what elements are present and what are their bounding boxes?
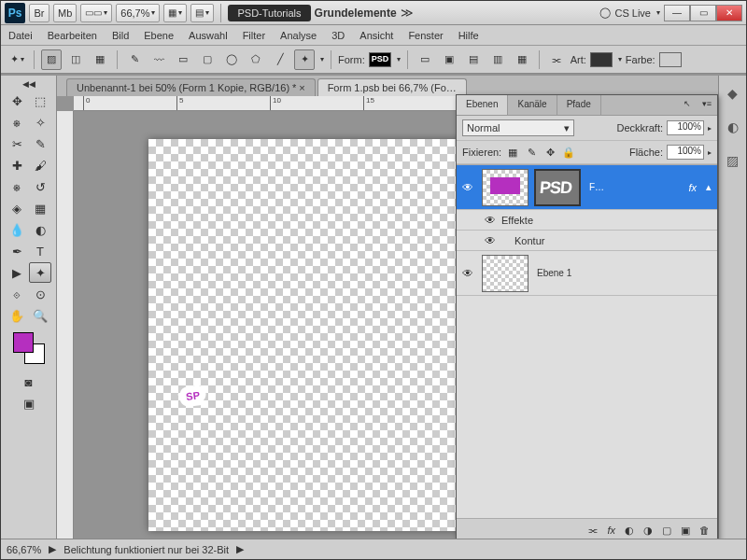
shape-picker[interactable]: PSD [369,52,391,67]
effects-row[interactable]: 👁 Effekte [457,210,717,231]
panel-menu-icon[interactable]: ▾≡ [697,95,717,115]
wand-tool[interactable]: ✧ [29,112,51,133]
visibility-icon[interactable]: 👁 [479,214,501,227]
style-swatch[interactable] [590,52,613,67]
custom-shape-icon[interactable]: ✦ [294,49,315,70]
pen-icon[interactable]: ✎ [124,49,145,70]
menu-fenster[interactable]: Fenster [408,30,443,41]
fx-icon[interactable]: fx [607,525,615,536]
layers-dock-icon[interactable]: ◆ [723,83,743,104]
layer-form1[interactable]: 👁 PSD F… fx ▴ [457,165,717,210]
canvas[interactable]: PS [148,139,485,531]
menu-datei[interactable]: Datei [8,30,33,41]
quickmask-tool[interactable]: ◙ [18,371,40,392]
shape-layers-icon[interactable]: ▨ [41,49,62,70]
shape-preset-icon[interactable]: ✦▾ [7,49,27,70]
lasso-tool[interactable]: ⎈ [6,112,28,133]
layer-thumb[interactable] [482,169,529,206]
brush-tool[interactable]: 🖌 [29,155,51,175]
type-tool[interactable]: T [29,241,51,261]
shape-tool[interactable]: ✦ [29,262,51,283]
arrange-button[interactable]: ▦▾ [163,4,187,22]
menu-bild[interactable]: Bild [112,30,129,41]
delete-layer-icon[interactable]: 🗑 [699,525,710,536]
chevron-right-icon[interactable]: ≫ [401,6,414,20]
cslive-label[interactable]: CS Live [614,7,651,19]
close-button[interactable]: ✕ [716,5,742,21]
workspace-tag[interactable]: PSD-Tutorials [228,5,310,21]
menu-auswahl[interactable]: Auswahl [189,30,228,41]
bridge-button[interactable]: Br [29,4,49,22]
dodge-tool[interactable]: ◐ [29,219,51,240]
marquee-tool[interactable]: ⬚ [29,91,51,111]
screen-mode-button[interactable]: ▭▭▾ [80,4,112,22]
menu-bearbeiten[interactable]: Bearbeiten [48,30,97,41]
rectangle-icon[interactable]: ▭ [173,49,193,70]
ellipse-icon[interactable]: ◯ [221,49,242,70]
layer-name[interactable]: Ebene 1 [531,268,717,278]
gradient-tool[interactable]: ▦ [29,198,51,218]
adjustments-dock-icon[interactable]: ◐ [723,117,743,137]
path-select-tool[interactable]: ▶ [6,262,28,283]
link-layers-icon[interactable]: ⫘ [587,525,598,536]
status-tri-icon[interactable]: ▶ [236,543,244,555]
blend-mode-combo[interactable]: Normal▾ [462,119,574,136]
3d-tool[interactable]: ⟐ [6,284,28,304]
lock-all-icon[interactable]: 🔒 [561,145,576,160]
visibility-icon[interactable]: 👁 [457,181,479,194]
pathop-new-icon[interactable]: ▭ [415,49,435,70]
doctab-1[interactable]: Unbenannt-1 bei 50% (Form 1 Kopie, RGB/1… [66,78,316,96]
tab-ebenen[interactable]: Ebenen [457,95,508,115]
minimize-button[interactable]: — [664,5,690,21]
crop-tool[interactable]: ✂ [6,133,28,154]
menu-ansicht[interactable]: Ansicht [359,30,393,41]
hand-tool[interactable]: ✋ [6,305,28,326]
opacity-input[interactable]: 100% [667,120,704,135]
menu-ebene[interactable]: Ebene [144,30,174,41]
foreground-color[interactable] [13,332,34,353]
menu-filter[interactable]: Filter [243,30,265,41]
pathop-exclude-icon[interactable]: ▦ [512,49,532,70]
pen-tool[interactable]: ✒ [6,241,28,261]
tab-pfade[interactable]: Pfade [557,95,601,115]
visibility-icon[interactable]: 👁 [479,234,501,247]
paths-icon[interactable]: ◫ [65,49,86,70]
blur-tool[interactable]: 💧 [6,219,28,240]
extras-button[interactable]: ▤▾ [190,4,214,22]
fx-badge[interactable]: fx [684,182,700,193]
ruler-vertical[interactable] [57,111,74,539]
menu-3d[interactable]: 3D [331,30,345,41]
history-brush-tool[interactable]: ↺ [29,176,51,197]
link-icon[interactable]: ⫘ [546,49,567,70]
heal-tool[interactable]: ✚ [6,155,28,175]
status-zoom[interactable]: 66,67% [7,544,41,555]
color-picker[interactable] [13,332,45,364]
screenmode-tool[interactable]: ▣ [18,393,40,413]
eyedropper-tool[interactable]: ✎ [29,133,51,154]
new-layer-icon[interactable]: ▣ [681,525,690,537]
minibridge-button[interactable]: Mb [53,4,77,22]
menu-hilfe[interactable]: Hilfe [458,30,479,41]
rounded-rect-icon[interactable]: ▢ [197,49,218,70]
maximize-button[interactable]: ▭ [690,5,716,21]
visibility-icon[interactable]: 👁 [457,267,479,280]
stamp-tool[interactable]: ⎈ [6,176,28,197]
collapse-fx-icon[interactable]: ▴ [700,181,717,193]
lock-paint-icon[interactable]: ✎ [524,145,539,160]
freeform-pen-icon[interactable]: 〰 [148,49,169,70]
layer-mask-thumb[interactable]: PSD [534,169,581,206]
pathop-intersect-icon[interactable]: ▥ [487,49,508,70]
pathop-add-icon[interactable]: ▣ [439,49,459,70]
lock-transparent-icon[interactable]: ▦ [505,145,520,160]
3d-camera-tool[interactable]: ⊙ [29,284,51,304]
layer-thumb[interactable] [482,255,529,292]
zoom-tool[interactable]: 🔍 [29,305,51,326]
adjustment-icon[interactable]: ◑ [643,525,653,537]
status-tri-icon[interactable]: ▶ [49,543,56,555]
fill-input[interactable]: 100% [667,145,704,160]
menu-analyse[interactable]: Analyse [280,30,317,41]
lock-position-icon[interactable]: ✥ [543,145,557,160]
eraser-tool[interactable]: ◈ [6,198,28,218]
group-icon[interactable]: ▢ [662,525,671,537]
color-swatch[interactable] [659,52,682,67]
